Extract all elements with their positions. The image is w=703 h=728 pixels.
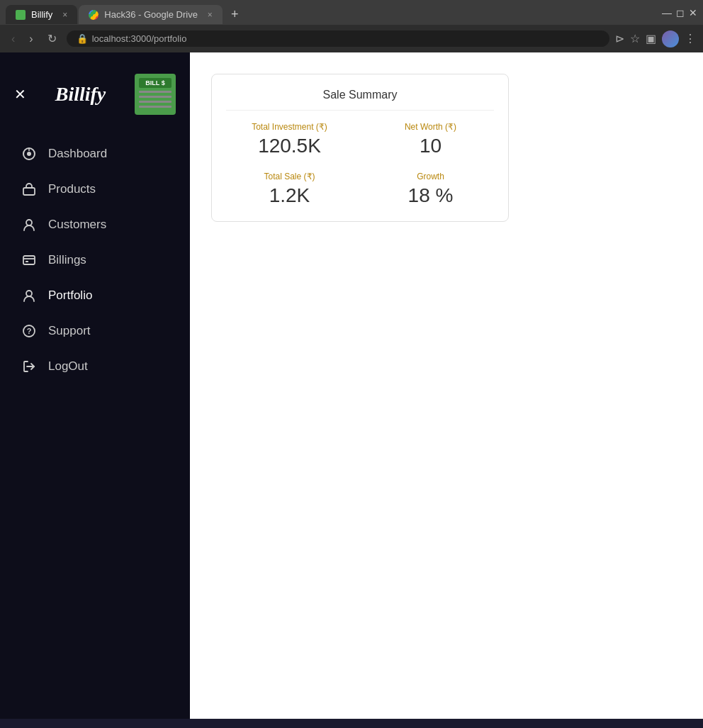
products-icon xyxy=(21,181,37,197)
nav-items: Dashboard Products Custo xyxy=(0,129,190,391)
nav-bar: ‹ › ↻ 🔒 localhost:3000/portfolio ⊳ ☆ ▣ ⋮ xyxy=(0,25,703,52)
sidebar-item-customers[interactable]: Customers xyxy=(0,207,190,242)
cast-icon[interactable]: ⊳ xyxy=(615,32,624,45)
sidebar-header: ✕ Billify BILL $ xyxy=(0,67,190,129)
logout-icon xyxy=(21,359,37,374)
sidebar-item-portfolio[interactable]: Portfolio xyxy=(0,278,190,313)
tab-billify-label: Billify xyxy=(31,9,52,20)
support-icon: ? xyxy=(21,323,37,339)
customers-icon xyxy=(21,217,37,233)
sale-summary-card: Sale Summary Total Investment (₹) 120.5K… xyxy=(211,74,509,222)
google-favicon xyxy=(89,10,99,20)
bill-line-2 xyxy=(139,96,171,98)
dashboard-icon xyxy=(21,146,37,162)
billify-favicon xyxy=(16,10,26,20)
maximize-icon[interactable]: ◻ xyxy=(676,7,685,18)
stat-total-sale: Total Sale (₹) 1.2K xyxy=(226,172,353,207)
stat-total-investment-value: 120.5K xyxy=(226,135,353,157)
nav-actions: ⊳ ☆ ▣ ⋮ xyxy=(615,30,696,47)
tab-extra-controls: — ◻ ✕ xyxy=(662,7,697,23)
window-close-icon[interactable]: ✕ xyxy=(689,7,697,18)
tab-google-label: Hack36 - Google Drive xyxy=(104,9,198,20)
svg-rect-6 xyxy=(26,261,28,262)
address-bar[interactable]: 🔒 localhost:3000/portfolio xyxy=(67,30,609,47)
sidebar-item-logout-label: LogOut xyxy=(48,359,88,374)
sale-summary-title: Sale Summary xyxy=(226,89,494,111)
tab-billify[interactable]: Billify × xyxy=(6,5,77,24)
bookmark-icon[interactable]: ☆ xyxy=(630,32,640,45)
lock-icon: 🔒 xyxy=(77,33,88,44)
stat-total-sale-value: 1.2K xyxy=(226,184,353,207)
stat-growth-value: 18 % xyxy=(367,184,494,207)
sidebar-item-support[interactable]: ? Support xyxy=(0,313,190,349)
sidebar-item-products[interactable]: Products xyxy=(0,172,190,207)
svg-point-4 xyxy=(26,220,32,225)
tab-google-drive[interactable]: Hack36 - Google Drive × xyxy=(79,5,223,24)
new-tab-button[interactable]: + xyxy=(224,4,246,25)
logo-center: Billify xyxy=(26,83,135,106)
address-text: localhost:3000/portfolio xyxy=(92,33,187,44)
sidebar: ✕ Billify BILL $ xyxy=(0,52,190,719)
main-content: Sale Summary Total Investment (₹) 120.5K… xyxy=(190,52,703,719)
menu-icon[interactable]: ⋮ xyxy=(685,32,696,45)
forward-button[interactable]: › xyxy=(25,30,37,48)
minimize-icon[interactable]: — xyxy=(662,7,672,18)
svg-point-1 xyxy=(27,152,31,156)
stat-total-sale-label: Total Sale (₹) xyxy=(226,172,353,181)
sidebar-item-customers-label: Customers xyxy=(48,218,106,232)
sidebar-item-dashboard-label: Dashboard xyxy=(48,147,107,161)
bill-icon-text: BILL $ xyxy=(139,78,171,88)
portfolio-icon xyxy=(21,288,37,303)
stat-total-investment: Total Investment (₹) 120.5K xyxy=(226,122,353,157)
browser-chrome: Billify × Hack36 - Google Drive × + — ◻ … xyxy=(0,0,703,52)
stat-net-worth: Net Worth (₹) 10 xyxy=(367,122,494,157)
tab-bar: Billify × Hack36 - Google Drive × + — ◻ … xyxy=(0,0,703,25)
app-logo: Billify xyxy=(55,83,106,105)
app-container: ✕ Billify BILL $ xyxy=(0,52,703,719)
sidebar-item-billings-label: Billings xyxy=(48,253,86,267)
stat-net-worth-value: 10 xyxy=(367,135,494,157)
stat-total-investment-label: Total Investment (₹) xyxy=(226,122,353,132)
sidebar-toggle-icon[interactable]: ▣ xyxy=(646,32,656,45)
stats-grid: Total Investment (₹) 120.5K Net Worth (₹… xyxy=(226,122,494,207)
svg-text:?: ? xyxy=(27,327,32,335)
sidebar-item-portfolio-label: Portfolio xyxy=(48,289,92,303)
bill-line-4 xyxy=(139,106,171,108)
svg-point-7 xyxy=(26,291,32,296)
bill-line-1 xyxy=(139,91,171,93)
stat-growth: Growth 18 % xyxy=(367,172,494,207)
sidebar-item-support-label: Support xyxy=(48,324,91,338)
sidebar-item-logout[interactable]: LogOut xyxy=(0,349,190,384)
reload-button[interactable]: ↻ xyxy=(43,29,61,48)
billings-icon xyxy=(21,252,37,268)
sidebar-item-dashboard[interactable]: Dashboard xyxy=(0,136,190,172)
stat-net-worth-label: Net Worth (₹) xyxy=(367,122,494,132)
sidebar-item-billings[interactable]: Billings xyxy=(0,242,190,278)
bill-line-3 xyxy=(139,101,171,103)
bill-icon: BILL $ xyxy=(135,74,176,115)
svg-rect-5 xyxy=(23,256,35,264)
sidebar-item-products-label: Products xyxy=(48,182,96,196)
sidebar-close-button[interactable]: ✕ xyxy=(14,86,26,103)
tab-google-close[interactable]: × xyxy=(208,10,213,20)
user-avatar[interactable] xyxy=(662,30,679,47)
back-button[interactable]: ‹ xyxy=(7,30,19,48)
stat-growth-label: Growth xyxy=(367,172,494,181)
svg-rect-3 xyxy=(23,188,35,195)
tab-billify-close[interactable]: × xyxy=(62,10,67,20)
